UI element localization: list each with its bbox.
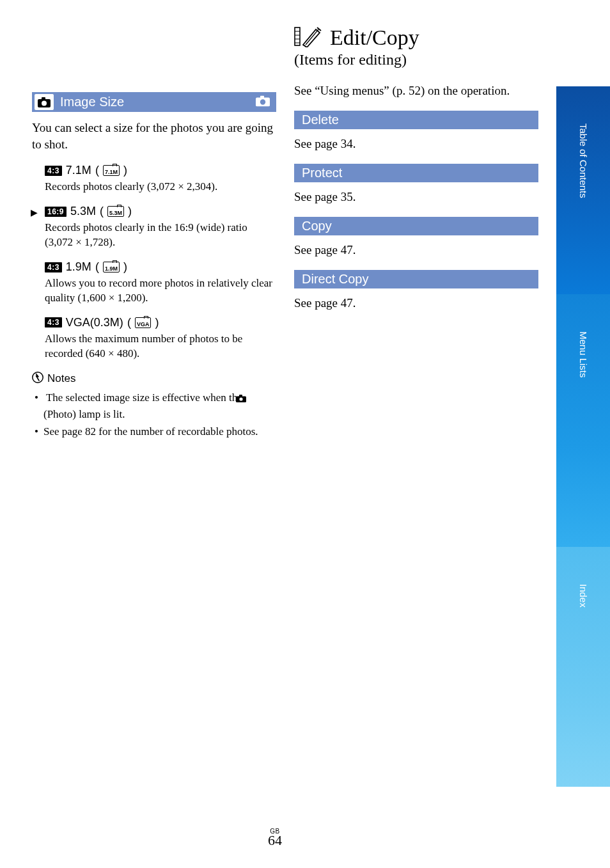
- section-bar-protect: Protect: [294, 164, 538, 182]
- option-label: 1.9M: [66, 260, 91, 274]
- section-bar-delete: Delete: [294, 111, 538, 129]
- svg-rect-4: [260, 95, 264, 98]
- svg-rect-1: [42, 97, 45, 100]
- section-bar-image-size: Image Size: [32, 92, 276, 112]
- page-title-row: Edit/Copy: [294, 26, 538, 50]
- svg-point-5: [260, 99, 265, 104]
- default-marker-icon: ▶: [31, 207, 38, 218]
- svg-rect-8: [239, 395, 242, 397]
- svg-point-2: [42, 100, 47, 106]
- notes-heading: Notes: [32, 372, 276, 386]
- note-item: See page 82 for the number of recordable…: [35, 424, 276, 439]
- option-desc: Records photos clearly (3,072 × 2,304).: [45, 180, 276, 194]
- option-label: 5.3M: [70, 205, 96, 218]
- ratio-badge: 16:9: [45, 207, 66, 217]
- section-bar-direct-copy: Direct Copy: [294, 270, 538, 288]
- section-title: Image Size: [60, 95, 124, 109]
- protect-ref: See page 35.: [294, 190, 538, 204]
- image-size-intro: You can select a size for the photos you…: [32, 120, 276, 152]
- option-desc: Allows the maximum number of photos to b…: [45, 332, 276, 361]
- section-bar-copy: Copy: [294, 217, 538, 235]
- notes-icon: [32, 372, 43, 386]
- image-size-options: 4:3 7.1M (7.1M) Records photos clearly (…: [32, 164, 276, 361]
- tab-menu-lists[interactable]: Menu Lists: [556, 294, 610, 547]
- right-column: Edit/Copy (Items for editing) See “Using…: [294, 26, 538, 868]
- page-footer: GB 64: [0, 828, 550, 849]
- page-subtitle: (Items for editing): [294, 51, 538, 68]
- ratio-badge: 4:3: [45, 262, 62, 272]
- camera-badge-icon: [35, 94, 54, 110]
- ratio-badge: 4:3: [45, 166, 62, 176]
- copy-ref: See page 47.: [294, 243, 538, 257]
- camera-inline-icon: [245, 391, 246, 407]
- left-column: Image Size You can select a size for the…: [32, 26, 276, 868]
- option-label: 7.1M: [66, 164, 91, 177]
- tab-table-of-contents[interactable]: Table of Contents: [556, 86, 610, 294]
- footer-page-number: 64: [268, 832, 282, 848]
- notes-list: The selected image size is effective whe…: [32, 390, 276, 439]
- option-7-1m: 4:3 7.1M (7.1M) Records photos clearly (…: [45, 164, 276, 194]
- option-5-3m: ▶ 16:9 5.3M (5.3M) Records photos clearl…: [45, 205, 276, 250]
- option-1-9m: 4:3 1.9M (1.9M) Allows you to record mor…: [45, 260, 276, 306]
- option-label: VGA(0.3M): [66, 316, 123, 329]
- edit-copy-icon: [294, 26, 324, 50]
- camera-mode-icon: [256, 95, 270, 109]
- direct-copy-ref: See page 47.: [294, 296, 538, 310]
- tab-index[interactable]: Index: [556, 547, 610, 787]
- option-desc: Allows you to record more photos in rela…: [45, 276, 276, 306]
- delete-ref: See page 34.: [294, 137, 538, 151]
- page-title: Edit/Copy: [330, 26, 419, 50]
- note-item: The selected image size is effective whe…: [35, 390, 276, 422]
- option-desc: Records photos clearly in the 16:9 (wide…: [45, 221, 276, 250]
- option-vga: 4:3 VGA(0.3M) (VGA) Allows the maximum n…: [45, 316, 276, 361]
- size-icon: 5.3M: [107, 206, 124, 217]
- page-content: Image Size You can select a size for the…: [0, 0, 550, 868]
- size-icon: 1.9M: [103, 262, 120, 272]
- svg-point-9: [240, 397, 243, 400]
- side-tabs: Table of Contents Menu Lists Index: [556, 86, 610, 787]
- size-icon: VGA: [135, 317, 152, 328]
- size-icon: 7.1M: [103, 165, 120, 176]
- ratio-badge: 4:3: [45, 317, 62, 327]
- edit-copy-intro: See “Using menus” (p. 52) on the operati…: [294, 83, 538, 99]
- svg-point-6: [33, 372, 43, 383]
